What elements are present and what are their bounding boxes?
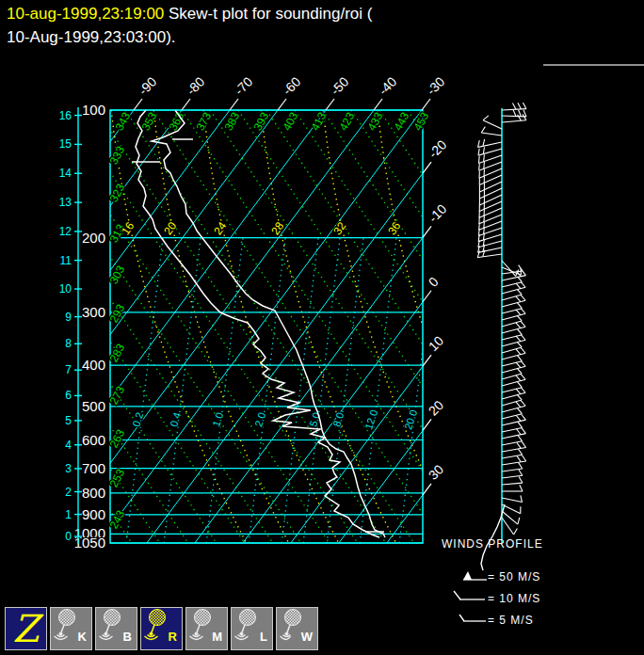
- svg-text:343: 343: [113, 110, 134, 134]
- svg-text:15: 15: [59, 137, 72, 151]
- svg-text:8: 8: [65, 337, 72, 350]
- svg-text:383: 383: [222, 110, 243, 134]
- svg-text:800: 800: [82, 485, 105, 501]
- svg-text:-90: -90: [136, 73, 160, 98]
- svg-text:300: 300: [82, 304, 105, 320]
- button-letter: L: [260, 630, 267, 644]
- button-letter: K: [78, 630, 87, 644]
- svg-text:-30: -30: [424, 73, 448, 98]
- balloon-icon: [232, 608, 264, 646]
- svg-text:20: 20: [161, 219, 179, 237]
- svg-text:1: 1: [65, 508, 72, 521]
- svg-text:700: 700: [82, 460, 105, 476]
- svg-text:6: 6: [65, 389, 72, 402]
- svg-text:393: 393: [251, 110, 272, 134]
- sounding-button-k[interactable]: K: [50, 607, 92, 650]
- svg-text:13: 13: [59, 196, 72, 209]
- svg-text:423: 423: [337, 110, 358, 134]
- svg-text:900: 900: [82, 506, 105, 522]
- svg-text:443: 443: [392, 110, 412, 134]
- legend-10ms-label: = 10 M/S: [488, 592, 540, 605]
- button-letter: W: [301, 630, 313, 644]
- svg-text:36: 36: [385, 219, 403, 237]
- winds-profile-title: WINDS PROFILE: [442, 537, 543, 551]
- height-axis: 012345678910111213141516: [59, 107, 82, 544]
- svg-text:400: 400: [82, 357, 105, 373]
- svg-text:-80: -80: [184, 73, 208, 98]
- skewt-plot: 1002003004005006007008009001000105001234…: [0, 0, 644, 655]
- svg-text:403: 403: [281, 110, 301, 134]
- wind-profile: [477, 103, 526, 570]
- svg-text:10: 10: [59, 282, 72, 296]
- svg-text:8.0: 8.0: [330, 411, 346, 428]
- sounding-button-m[interactable]: M: [185, 607, 228, 650]
- sounding-traces: [132, 110, 385, 537]
- z-glyph: Z: [6, 608, 46, 649]
- app-window: 10-aug-1999,23:19:00 Skew-t plot for sou…: [0, 0, 644, 655]
- svg-text:2: 2: [65, 486, 72, 499]
- svg-text:16: 16: [59, 109, 72, 122]
- svg-text:3: 3: [65, 462, 72, 475]
- svg-text:11: 11: [60, 254, 72, 267]
- svg-text:373: 373: [194, 110, 215, 134]
- svg-text:-10: -10: [426, 201, 450, 226]
- toolbar: Z K: [5, 607, 321, 650]
- sounding-button-w[interactable]: W: [276, 607, 318, 650]
- svg-text:500: 500: [82, 398, 105, 414]
- svg-text:28: 28: [268, 219, 286, 237]
- svg-text:433: 433: [365, 110, 386, 134]
- legend-5ms-label: = 5 M/S: [488, 614, 534, 627]
- svg-text:453: 453: [411, 110, 432, 134]
- zoom-button[interactable]: Z: [5, 607, 47, 650]
- svg-text:20.0: 20.0: [402, 408, 419, 431]
- svg-text:0: 0: [426, 274, 442, 290]
- button-letter: M: [212, 630, 222, 644]
- button-letter: B: [123, 630, 132, 644]
- svg-text:14: 14: [59, 167, 72, 180]
- svg-text:0.4: 0.4: [168, 411, 183, 428]
- svg-text:7: 7: [65, 363, 72, 376]
- svg-text:10: 10: [426, 333, 446, 354]
- svg-text:-20: -20: [426, 136, 450, 161]
- legend-50ms-label: = 50 M/S: [488, 570, 540, 583]
- svg-text:100: 100: [82, 102, 105, 118]
- field-lines: [0, 110, 644, 543]
- svg-text:12: 12: [59, 225, 72, 238]
- svg-text:-70: -70: [232, 73, 256, 98]
- svg-text:600: 600: [82, 432, 105, 448]
- button-letter: R: [169, 630, 177, 644]
- svg-text:200: 200: [82, 230, 105, 246]
- sounding-button-r-active[interactable]: R: [140, 607, 183, 650]
- svg-text:-60: -60: [280, 73, 304, 98]
- svg-text:5: 5: [65, 414, 72, 427]
- svg-text:0.2: 0.2: [130, 411, 145, 428]
- svg-text:24: 24: [211, 219, 229, 237]
- svg-text:1.0: 1.0: [210, 411, 225, 428]
- wind-legend-glyphs: [454, 571, 487, 621]
- svg-text:2.0: 2.0: [252, 411, 267, 428]
- svg-text:-50: -50: [328, 73, 352, 98]
- svg-text:20: 20: [426, 397, 446, 418]
- sounding-button-b[interactable]: B: [95, 607, 137, 650]
- svg-text:0: 0: [65, 530, 72, 543]
- svg-text:30: 30: [426, 461, 446, 482]
- svg-text:4: 4: [65, 439, 72, 452]
- svg-text:-40: -40: [376, 73, 400, 98]
- temperature-trace: [152, 110, 385, 537]
- sounding-button-l[interactable]: L: [231, 607, 273, 650]
- svg-text:9: 9: [65, 311, 72, 324]
- svg-text:32: 32: [330, 219, 348, 237]
